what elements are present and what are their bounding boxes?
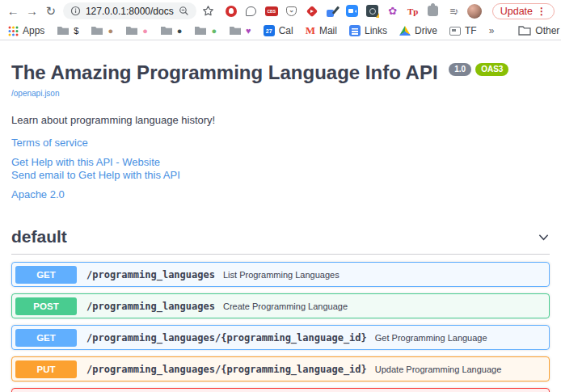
folder-icon (57, 26, 70, 36)
api-title-text: The Amazing Programming Language Info AP… (11, 61, 438, 83)
default-section-header[interactable]: default (11, 227, 550, 255)
red-diamond-extension-icon[interactable] (306, 5, 318, 18)
terms-of-service-link[interactable]: Terms of service (11, 137, 550, 149)
operation-row[interactable]: PUT /programming_languages/{programming_… (11, 356, 550, 381)
drive-label: Drive (415, 25, 437, 36)
forward-icon[interactable]: → (25, 5, 38, 17)
page-info-icon[interactable] (70, 6, 81, 16)
folder-emoji: ♥ (246, 27, 251, 36)
operation-row[interactable]: POST /programming_languages Create Progr… (11, 293, 550, 318)
openapi-spec-link[interactable]: /openapi.json (11, 89, 60, 98)
operation-path: /programming_languages/{programming_lang… (86, 364, 367, 375)
other-bookmarks[interactable]: Other Bookmarks (518, 25, 561, 36)
operation-row[interactable]: DELETE /programming_languages/{programmi… (11, 388, 550, 392)
bookmark-star-icon[interactable] (202, 5, 214, 17)
zoom-camera-extension-icon[interactable] (346, 5, 359, 18)
http-method-badge: POST (15, 297, 77, 315)
folder-icon (160, 26, 173, 36)
bookmarks-bar: Apps $ ● ● ● ● ♥ 27 Cal M Mail Links (0, 22, 561, 40)
folder-icon (91, 26, 103, 36)
media-queue-extension-icon[interactable]: ≡♪ (447, 5, 460, 18)
operations-list: GET /programming_languages List Programm… (11, 262, 550, 392)
folder-emoji: $ (74, 27, 78, 36)
apps-label: Apps (23, 25, 44, 36)
purple-flower-extension-icon[interactable]: ✿ (386, 5, 399, 18)
google-drive-icon (399, 26, 411, 36)
back-icon[interactable]: ← (6, 5, 19, 17)
bookmarks-overflow-chevron[interactable]: » (489, 25, 495, 36)
chevron-down-icon[interactable] (538, 231, 550, 243)
bookmark-folder[interactable]: ● (91, 26, 113, 36)
page-title: The Amazing Programming Language Info AP… (11, 61, 550, 85)
folder-icon (194, 26, 207, 36)
url-text[interactable]: 127.0.0.1:8000/docs (86, 6, 174, 17)
operation-row[interactable]: GET /programming_languages/{programming_… (11, 325, 550, 350)
bookmark-folder[interactable]: ♥ (229, 26, 251, 36)
bookmark-folder[interactable]: ● (194, 26, 217, 36)
oas3-badge: OAS3 (475, 63, 508, 76)
puzzle-extension-icon[interactable] (427, 5, 440, 18)
website-help-link[interactable]: Get Help with this API - Website (11, 156, 550, 170)
operation-path: /programming_languages (86, 301, 215, 312)
swagger-docs-page: The Amazing Programming Language Info AP… (0, 40, 561, 392)
red-circle-extension-icon[interactable] (225, 5, 238, 18)
folder-emoji: ● (177, 27, 183, 36)
bookmark-folder[interactable]: $ (57, 26, 78, 36)
bookmark-folder[interactable]: ● (160, 26, 183, 36)
mail-label: Mail (319, 25, 337, 36)
other-bookmarks-label: Other Bookmarks (535, 25, 561, 36)
operation-summary: Update Programming Language (375, 365, 502, 374)
folder-icon (229, 26, 242, 36)
operation-summary: Get Programming Language (375, 333, 487, 343)
links-list-icon (349, 25, 361, 36)
reload-icon[interactable]: ↻ (44, 5, 57, 17)
chat-bubble-extension-icon[interactable] (245, 5, 258, 18)
bookmark-tf[interactable]: TF (449, 25, 477, 36)
operation-summary: Create Programming Language (223, 301, 348, 311)
cal-label: Cal (279, 25, 293, 36)
operation-path: /programming_languages/{programming_lang… (86, 332, 367, 344)
color-picker-extension-icon[interactable] (326, 5, 339, 18)
operation-row[interactable]: GET /programming_languages List Programm… (11, 262, 550, 287)
profile-avatar[interactable] (467, 4, 482, 19)
menu-dots-icon[interactable]: ⋮ (537, 6, 546, 17)
folder-emoji: ● (108, 27, 113, 36)
pocket-extension-icon[interactable]: ⌄ (285, 5, 298, 18)
links-label: Links (365, 25, 387, 36)
http-method-badge: GET (15, 329, 77, 347)
operation-path: /programming_languages (86, 269, 215, 280)
bookmark-mail[interactable]: M Mail (306, 24, 337, 37)
apps-grid-icon (8, 26, 19, 36)
folder-emoji: ● (142, 27, 148, 36)
tf-icon (449, 27, 461, 36)
bookmark-drive[interactable]: Drive (399, 25, 437, 36)
tf-label: TF (465, 25, 477, 36)
zoom-out-icon[interactable] (179, 6, 189, 16)
section-title: default (11, 227, 67, 247)
license-link[interactable]: Apache 2.0 (11, 188, 550, 200)
email-help-link[interactable]: Send email to Get Help with this API (11, 169, 550, 183)
folder-icon (125, 26, 138, 36)
folder-icon (518, 26, 531, 36)
bookmark-folder[interactable]: ● (125, 26, 148, 36)
calendar-icon: 27 (264, 25, 275, 36)
settings-warning-extension-icon[interactable] (366, 5, 379, 18)
folder-emoji: ● (211, 27, 217, 36)
bookmark-cal[interactable]: 27 Cal (264, 25, 293, 36)
http-method-badge: GET (15, 266, 77, 284)
version-badge: 1.0 (449, 63, 471, 76)
cbs-extension-icon[interactable]: CBS (265, 5, 278, 18)
gmail-icon: M (306, 24, 315, 37)
update-label: Update (500, 6, 533, 17)
browser-toolbar: ← → ↻ 127.0.0.1:8000/docs CBS ⌄ ✿ Tp ≡♪ … (0, 0, 561, 22)
operation-summary: List Programming Languages (223, 270, 340, 280)
update-button[interactable]: Update ⋮ (492, 3, 555, 19)
extensions-row: CBS ⌄ ✿ Tp ≡♪ (225, 4, 482, 19)
apps-shortcut[interactable]: Apps (8, 25, 44, 36)
bookmark-links[interactable]: Links (349, 25, 387, 36)
api-description: Learn about programming language history… (11, 114, 550, 126)
address-bar[interactable]: 127.0.0.1:8000/docs (63, 2, 196, 19)
tampermonkey-extension-icon[interactable]: Tp (407, 5, 420, 18)
http-method-badge: PUT (15, 360, 77, 378)
